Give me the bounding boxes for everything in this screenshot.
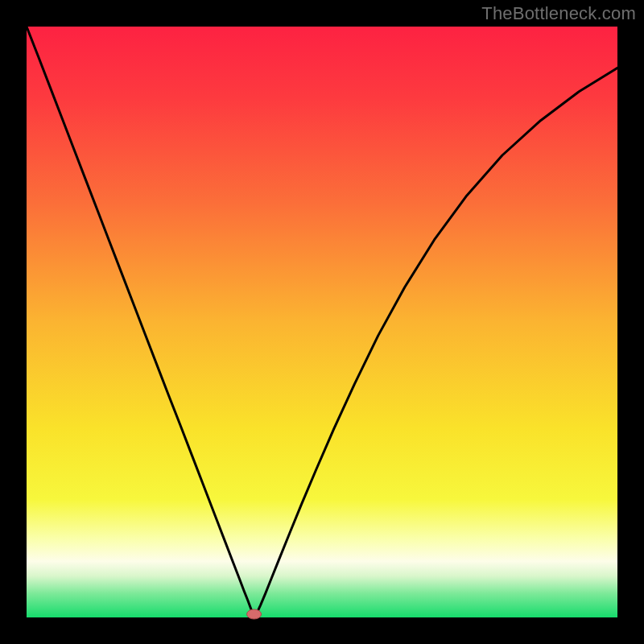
- plot-background: [27, 27, 617, 617]
- bottleneck-chart: [0, 0, 644, 644]
- chart-frame: { "watermark": "TheBottleneck.com", "col…: [0, 0, 644, 644]
- watermark-text: TheBottleneck.com: [481, 3, 636, 24]
- optimal-point-marker: [247, 609, 262, 619]
